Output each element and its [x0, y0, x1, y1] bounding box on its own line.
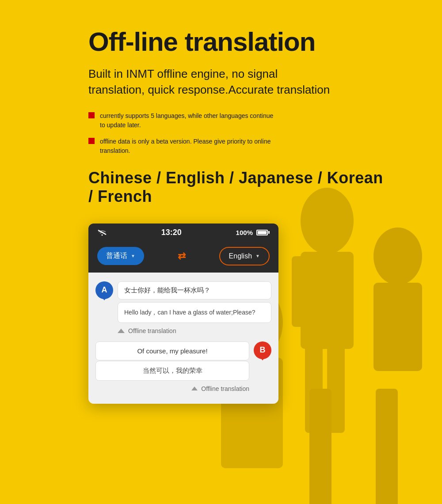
target-language-label: English — [229, 252, 252, 260]
offline-tag-b: Offline translation — [95, 385, 249, 392]
toolbar: 普通话 ▼ ⇄ English ▼ — [88, 242, 278, 273]
bubble-a: 女士你好，能给我一杯水吗？ Hello lady，can I have a gl… — [118, 281, 271, 323]
languages-line: Chinese / English / Japanese / Korean / … — [88, 169, 389, 206]
battery-percentage: 100% — [236, 229, 253, 236]
bullet-text-1: currently supports 5 languages, while ot… — [100, 111, 274, 130]
target-language-button[interactable]: English ▼ — [219, 247, 270, 265]
bullet-item-1: currently supports 5 languages, while ot… — [88, 111, 274, 130]
swap-languages-icon[interactable]: ⇄ — [178, 250, 186, 262]
phone-mockup: 13:20 100% 普通话 ▼ ⇄ English ▼ — [88, 224, 278, 404]
message-a-translation: Hello lady，can I have a glass of water;P… — [118, 302, 271, 323]
status-time: 13:20 — [161, 228, 182, 237]
bubble-b: Of course, my pleasure! 当然可以，我的荣幸 — [95, 341, 249, 381]
bullet-list: currently supports 5 languages, while ot… — [88, 111, 389, 155]
source-language-label: 普通话 — [106, 251, 127, 261]
source-chevron-icon: ▼ — [131, 254, 135, 258]
avatar-b: B — [254, 341, 271, 359]
status-right: 100% — [236, 229, 270, 236]
offline-label-a: Offline translation — [128, 327, 176, 334]
offline-arrow-a-icon — [118, 329, 125, 333]
message-b-translation: 当然可以，我的荣幸 — [95, 361, 249, 381]
offline-tag-a: Offline translation — [118, 327, 271, 334]
page-title: Off-line translation — [88, 27, 389, 57]
chat-area: A 女士你好，能给我一杯水吗？ Hello lady，can I have a … — [88, 273, 278, 404]
avatar-a: A — [95, 281, 113, 299]
main-content: Off-line translation Built in INMT offli… — [0, 0, 442, 430]
source-language-button[interactable]: 普通话 ▼ — [97, 247, 144, 265]
message-b: Of course, my pleasure! 当然可以，我的荣幸 B — [95, 341, 271, 381]
message-a-input: 女士你好，能给我一杯水吗？ — [118, 281, 271, 299]
target-chevron-icon: ▼ — [255, 254, 260, 258]
status-bar: 13:20 100% — [88, 224, 278, 242]
bullet-text-2: offline data is only a beta version. Ple… — [100, 137, 274, 155]
message-a: A 女士你好，能给我一杯水吗？ Hello lady，can I have a … — [95, 281, 271, 323]
wifi-off-icon — [97, 229, 107, 236]
offline-arrow-b-icon — [191, 387, 198, 390]
bullet-icon-2 — [88, 138, 95, 144]
offline-label-b: Offline translation — [201, 385, 249, 392]
battery-icon — [256, 230, 270, 235]
svg-point-12 — [102, 235, 103, 236]
message-b-input: Of course, my pleasure! — [95, 341, 249, 360]
page-subtitle: Built in INMT offline engine, no signal … — [88, 66, 336, 98]
bullet-item-2: offline data is only a beta version. Ple… — [88, 137, 274, 155]
bullet-icon-1 — [88, 112, 95, 118]
